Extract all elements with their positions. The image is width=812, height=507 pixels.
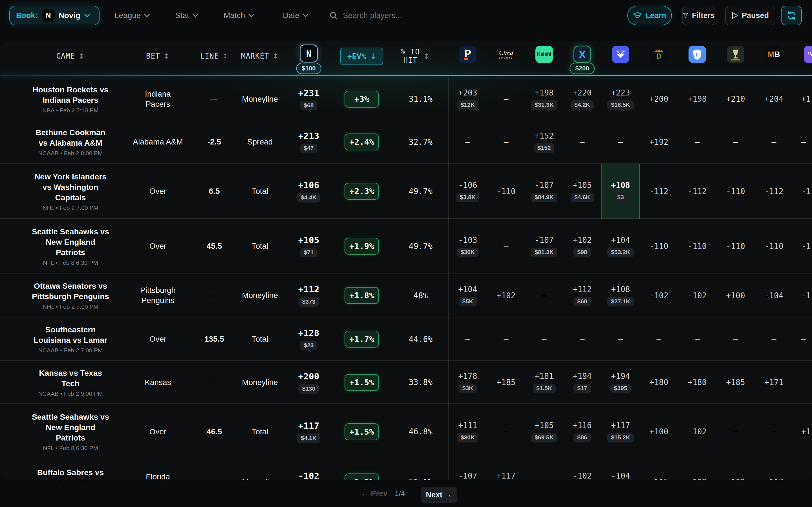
book-odds-cell[interactable]: -107– [449, 459, 487, 480]
ev-cell[interactable]: +1.5% [345, 361, 379, 404]
book-icon-prizepicks[interactable]: P [459, 46, 476, 63]
book-icon-mybookie[interactable]: MB [765, 46, 783, 63]
book-odds-cell[interactable]: -107$84.9K [525, 164, 563, 219]
book-odds-cell[interactable]: — [449, 120, 487, 164]
book-odds-cell[interactable]: — [640, 318, 678, 361]
novig-odds-cell[interactable]: +128$23 [298, 318, 319, 361]
ev-cell[interactable]: +1.3% [345, 459, 379, 480]
ev-sort-button[interactable]: +EV%↓ [340, 48, 383, 65]
book-odds-cell[interactable]: +117– [487, 459, 525, 480]
book-odds-cell[interactable]: +152$152 [525, 120, 563, 164]
ev-cell[interactable]: +1.8% [345, 274, 379, 318]
book-odds-cell[interactable]: -102 [716, 459, 755, 480]
book-odds-cell[interactable]: +105$69.5K [525, 404, 563, 459]
book-odds-cell[interactable]: +203$12K [449, 78, 487, 120]
book-odds-cell[interactable]: — [563, 318, 601, 361]
book-odds-cell[interactable]: -106$3.8K [449, 164, 487, 219]
book-odds-cell[interactable]: +185 [487, 361, 525, 404]
filters-button[interactable]: Filters [682, 6, 715, 25]
book-odds-cell[interactable]: -112 [640, 164, 678, 219]
book-odds-cell[interactable]: +181$1.5K [525, 361, 563, 404]
ev-cell[interactable]: +1.7% [345, 318, 379, 361]
book-odds-cell[interactable]: -103$30K [449, 219, 487, 274]
book-odds-cell[interactable]: +102$98 [563, 219, 601, 274]
novig-odds-cell[interactable]: +200$130 [298, 361, 319, 404]
book-odds-cell[interactable]: -110 [640, 219, 678, 274]
book-odds-cell[interactable]: -112 [678, 164, 716, 219]
ev-cell[interactable]: +1.9% [345, 219, 379, 274]
book-odds-cell[interactable]: — [525, 318, 563, 361]
book-odds-cell[interactable]: — [487, 120, 525, 164]
book-odds-cell[interactable]: -110 [755, 219, 793, 274]
book-odds-cell[interactable]: -104– [601, 459, 640, 480]
book-odds-cell[interactable]: — [755, 120, 793, 164]
book-icon-fanduel[interactable]: F [689, 46, 706, 63]
book-odds-cell[interactable]: +116$86 [563, 404, 601, 459]
column-header-game[interactable]: GAME↕ [56, 41, 85, 71]
book-odds-cell[interactable]: +192 [640, 120, 678, 164]
novig-book-icon[interactable]: N [300, 45, 318, 62]
book-odds-cell[interactable]: +178$3K [449, 361, 487, 404]
book-odds-cell[interactable]: — [755, 404, 793, 459]
book-odds-cell[interactable]: — [755, 318, 793, 361]
book-odds-cell[interactable]: +223$18.5K [601, 78, 640, 120]
book-odds-cell[interactable]: — [678, 120, 716, 164]
book-odds-cell[interactable]: — [601, 120, 640, 164]
book-odds-cell[interactable]: +117$15.2K [601, 404, 640, 459]
refresh-button[interactable] [781, 6, 802, 25]
book-odds-cell[interactable]: -110 [716, 219, 755, 274]
book-odds-cell[interactable]: +115 [640, 459, 678, 480]
novig-odds-cell[interactable]: +231$68 [298, 78, 319, 120]
book-odds-cell[interactable]: +200 [640, 78, 678, 120]
novig-odds-cell[interactable]: -102$9K [298, 459, 319, 480]
book-odds-cell[interactable]: +104$5K [449, 274, 487, 318]
book-odds-cell[interactable]: +100 [678, 459, 716, 480]
search-input[interactable]: Search players... [329, 6, 402, 25]
book-odds-cell[interactable]: — [678, 318, 716, 361]
book-odds-cell[interactable]: — [601, 318, 640, 361]
book-odds-cell[interactable]: — [449, 318, 487, 361]
book-odds-cell[interactable]: +102 [487, 274, 525, 318]
book-icon-sporttrade[interactable] [612, 46, 629, 63]
book-icon-trophy-book[interactable] [727, 46, 744, 63]
novig-odds-cell[interactable]: +106$4.4K [297, 164, 320, 219]
paused-button[interactable]: Paused [725, 6, 775, 25]
book-odds-cell[interactable]: +185 [716, 361, 755, 404]
book-odds-cell[interactable]: -104 [755, 274, 793, 318]
novig-odds-cell[interactable]: +117$4.1K [297, 404, 320, 459]
book-odds-cell[interactable]: — [525, 274, 563, 318]
book-odds-cell[interactable]: +198$31.3K [525, 78, 563, 120]
book-odds-cell[interactable]: -110 [678, 219, 716, 274]
book-odds-cell[interactable]: -110 [487, 164, 525, 219]
book-odds-cell[interactable]: +108$27.1K [601, 274, 640, 318]
book-odds-cell[interactable]: — [525, 459, 563, 480]
book-icon-prophetx[interactable]: X [573, 46, 591, 63]
book-odds-cell[interactable]: +180 [678, 361, 716, 404]
column-header-line[interactable]: LINE↕ [200, 41, 229, 71]
ev-cell[interactable]: +2.3% [345, 164, 379, 219]
book-odds-cell[interactable]: +171 [755, 361, 793, 404]
book-odds-cell[interactable]: — [487, 78, 525, 120]
book-odds-cell[interactable]: — [716, 318, 755, 361]
next-button[interactable]: Next → [421, 487, 457, 503]
pct-to-hit-header[interactable]: % TOHIT↕ [401, 41, 430, 71]
book-odds-cell[interactable]: -102 [640, 274, 678, 318]
book-odds-cell[interactable]: -102 [678, 274, 716, 318]
book-odds-cell[interactable]: +112$68 [563, 274, 601, 318]
book-odds-cell[interactable]: +104$53.2K [601, 219, 640, 274]
book-odds-cell[interactable]: — [716, 120, 755, 164]
book-icon-kalshi[interactable]: Kalshi [536, 46, 553, 63]
book-odds-cell[interactable]: +105$4.6K [563, 164, 601, 219]
book-odds-cell[interactable]: +180 [640, 361, 678, 404]
novig-odds-cell[interactable]: +105$71 [298, 219, 319, 274]
book-odds-cell[interactable]: -102– [563, 459, 601, 480]
book-icon-hardrock[interactable]: Hard [804, 46, 812, 63]
book-odds-cell[interactable]: +108$3 [601, 164, 640, 219]
book-icon-draftkings[interactable]: D [650, 46, 668, 63]
book-odds-cell[interactable]: — [487, 404, 525, 459]
book-odds-cell[interactable]: -107$81.3K [525, 219, 563, 274]
novig-odds-cell[interactable]: +112$373 [298, 274, 319, 318]
learn-button[interactable]: Learn [627, 6, 672, 25]
book-odds-cell[interactable]: +100 [716, 274, 755, 318]
book-odds-cell[interactable]: +194$17 [563, 361, 601, 404]
